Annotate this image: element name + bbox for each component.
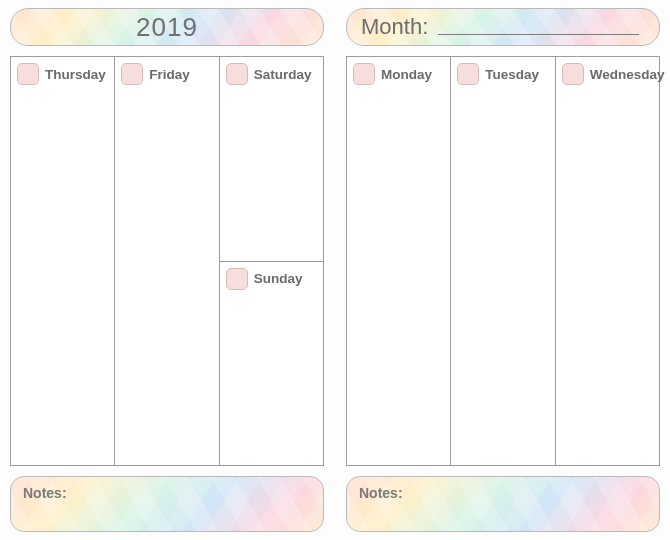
- year-banner: 2019: [10, 8, 324, 46]
- cell-saturday[interactable]: Saturday: [220, 57, 323, 261]
- label-monday: Monday: [381, 67, 432, 82]
- label-saturday: Saturday: [254, 67, 312, 82]
- month-banner: Month:: [346, 8, 660, 46]
- cell-friday[interactable]: Friday: [115, 57, 218, 465]
- column-monday: Monday: [347, 57, 451, 465]
- checkbox-friday[interactable]: [121, 63, 143, 85]
- cell-wednesday[interactable]: Wednesday: [556, 57, 659, 465]
- cell-tuesday[interactable]: Tuesday: [451, 57, 554, 465]
- checkbox-tuesday[interactable]: [457, 63, 479, 85]
- label-wednesday: Wednesday: [590, 67, 665, 82]
- left-notes-section[interactable]: Notes:: [10, 476, 324, 532]
- column-friday: Friday: [115, 57, 219, 465]
- planner-left-page: 2019 Thursday Friday Satur: [10, 8, 324, 532]
- checkbox-thursday[interactable]: [17, 63, 39, 85]
- column-wednesday: Wednesday: [556, 57, 659, 465]
- column-weekend: Saturday Sunday: [220, 57, 323, 465]
- left-week-grid: Thursday Friday Saturday: [10, 56, 324, 466]
- month-input-line[interactable]: [438, 34, 639, 35]
- right-week-grid: Monday Tuesday Wednesday: [346, 56, 660, 466]
- right-notes-label: Notes:: [359, 485, 647, 501]
- planner-right-page: Month: Monday Tuesday: [346, 8, 660, 532]
- column-thursday: Thursday: [11, 57, 115, 465]
- label-tuesday: Tuesday: [485, 67, 539, 82]
- checkbox-wednesday[interactable]: [562, 63, 584, 85]
- cell-thursday[interactable]: Thursday: [11, 57, 114, 465]
- cell-monday[interactable]: Monday: [347, 57, 450, 465]
- checkbox-monday[interactable]: [353, 63, 375, 85]
- column-tuesday: Tuesday: [451, 57, 555, 465]
- right-notes-section[interactable]: Notes:: [346, 476, 660, 532]
- cell-sunday[interactable]: Sunday: [220, 261, 323, 466]
- checkbox-saturday[interactable]: [226, 63, 248, 85]
- label-sunday: Sunday: [254, 271, 303, 286]
- checkbox-sunday[interactable]: [226, 268, 248, 290]
- label-thursday: Thursday: [45, 67, 106, 82]
- label-friday: Friday: [149, 67, 190, 82]
- left-notes-label: Notes:: [23, 485, 311, 501]
- year-text: 2019: [25, 12, 309, 43]
- month-label: Month:: [361, 14, 428, 40]
